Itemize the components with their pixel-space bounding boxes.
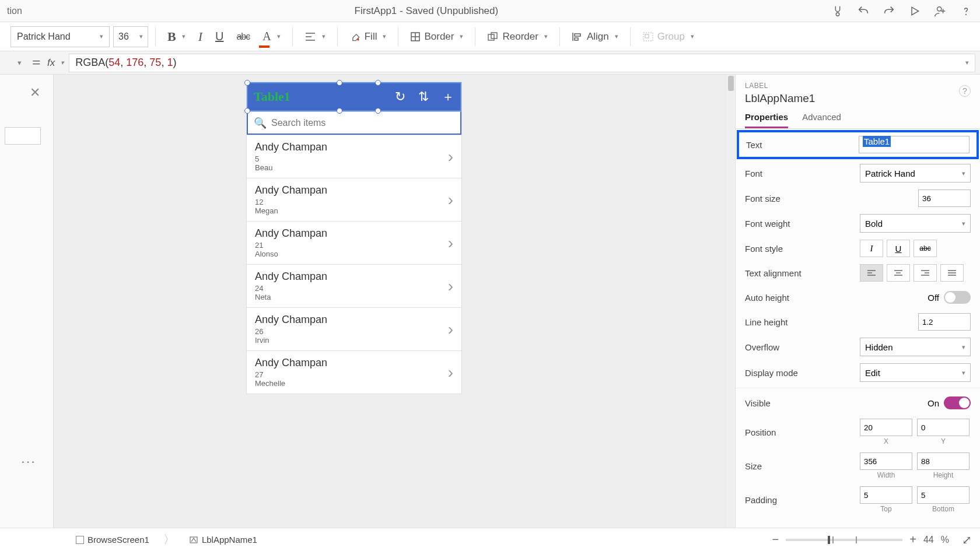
align-justify-button[interactable]	[940, 264, 964, 282]
italic-button[interactable]: I	[194, 27, 207, 47]
property-dropdown[interactable]: ▾	[5, 54, 25, 72]
search-input[interactable]	[271, 118, 454, 128]
zoom-in-button[interactable]: +	[909, 533, 916, 546]
more-options-icon[interactable]: ···	[21, 453, 36, 469]
list-item[interactable]: Andy Champan 12 Megan ›	[247, 178, 461, 221]
chevron-down-icon: ▾	[322, 33, 326, 40]
position-y-input[interactable]	[917, 419, 970, 436]
border-button[interactable]: Border ▾	[405, 29, 468, 45]
visible-toggle[interactable]	[944, 396, 971, 409]
underline-button[interactable]: U	[211, 27, 228, 45]
chevron-down-icon: ▾	[277, 33, 281, 40]
zoom-slider[interactable]	[786, 539, 902, 541]
underline-icon: U	[215, 30, 223, 43]
align-center-button[interactable]	[887, 264, 910, 282]
redo-icon[interactable]	[882, 4, 896, 18]
display-mode-dropdown[interactable]: Edit▾	[860, 363, 971, 382]
font-color-button[interactable]: A ▾	[258, 27, 285, 45]
font-weight-dropdown[interactable]: Bold▾	[860, 214, 971, 233]
prop-size-row: Size Width Height	[736, 449, 980, 483]
size-height-input[interactable]	[917, 452, 970, 470]
phone-header[interactable]: Table1 ↻ ⇅ ＋	[247, 82, 461, 111]
align-right-button[interactable]	[914, 264, 937, 282]
share-icon[interactable]	[933, 4, 947, 18]
fill-button[interactable]: Fill ▾	[345, 29, 391, 45]
group-icon	[642, 31, 654, 42]
fullscreen-icon[interactable]: ⤢	[962, 533, 972, 547]
size-width-input[interactable]	[860, 452, 912, 470]
selection-handle[interactable]	[337, 80, 342, 86]
prop-font-row: Font Patrick Hand▾	[736, 160, 980, 186]
chevron-down-icon: ▾	[61, 59, 64, 66]
close-panel-button[interactable]: ✕	[30, 85, 40, 100]
undo-icon[interactable]	[856, 4, 870, 18]
font-family-select[interactable]: Patrick Hand ▾	[10, 26, 110, 47]
selection-handle[interactable]	[337, 108, 342, 114]
play-icon[interactable]	[908, 4, 922, 18]
formula-fn: RGBA	[75, 57, 105, 69]
help-icon[interactable]	[959, 4, 973, 18]
tab-advanced[interactable]: Advanced	[802, 112, 841, 128]
list-item[interactable]: Andy Champan 5 Beau ›	[247, 135, 461, 178]
overflow-dropdown[interactable]: Hidden▾	[860, 338, 971, 356]
reorder-button[interactable]: Reorder ▾	[482, 29, 552, 45]
chevron-down-icon[interactable]: ▾	[965, 59, 969, 66]
canvas[interactable]: Table1 ↻ ⇅ ＋ 🔍 Andy Champan 5 Beau › And…	[54, 75, 735, 528]
italic-toggle[interactable]: I	[860, 240, 883, 257]
strikethrough-button[interactable]: abc	[232, 29, 254, 44]
bold-button[interactable]: B▾	[163, 27, 190, 47]
add-icon[interactable]: ＋	[442, 88, 454, 106]
help-icon[interactable]: ?	[959, 85, 971, 97]
color-swatch	[259, 45, 270, 48]
zoom-out-button[interactable]: −	[772, 533, 779, 546]
align-left-button[interactable]	[860, 264, 883, 282]
font-size-select[interactable]: 36 ▾	[113, 26, 148, 47]
prop-label: Overflow	[745, 342, 860, 352]
vertical-scrollbar[interactable]	[727, 75, 735, 528]
scrollbar-thumb[interactable]	[728, 76, 734, 91]
auto-height-toggle[interactable]	[944, 291, 971, 304]
breadcrumb-control[interactable]: LblAppName1	[183, 532, 263, 547]
separator	[398, 27, 398, 46]
padding-top-input[interactable]	[860, 486, 912, 504]
list-item[interactable]: Andy Champan 21 Alonso ›	[247, 221, 461, 264]
tab-properties[interactable]: Properties	[745, 112, 788, 128]
refresh-icon[interactable]: ↻	[395, 89, 405, 104]
bold-icon: B	[167, 29, 176, 44]
text-input[interactable]: Table1	[859, 136, 970, 153]
list-item[interactable]: Andy Champan 26 Irvin ›	[247, 307, 461, 350]
strikethrough-toggle[interactable]: abc	[914, 240, 937, 257]
font-dropdown[interactable]: Patrick Hand▾	[860, 164, 971, 183]
line-height-input[interactable]	[918, 313, 971, 331]
text-value: Table1	[863, 136, 891, 147]
zoom-slider-thumb[interactable]	[828, 536, 830, 544]
group-button[interactable]: Group ▾	[638, 29, 699, 45]
chevron-right-icon: ›	[448, 191, 453, 209]
breadcrumb-screen[interactable]: BrowseScreen1	[70, 532, 155, 547]
font-family-value: Patrick Hand	[17, 31, 71, 42]
item-name: Andy Champan	[255, 357, 448, 369]
selection-handle[interactable]	[244, 108, 250, 114]
selection-handle[interactable]	[375, 80, 381, 86]
tree-item-placeholder[interactable]	[5, 127, 41, 145]
svg-marker-1	[912, 7, 919, 15]
font-size-input[interactable]	[918, 189, 971, 207]
flow-checker-icon[interactable]	[831, 4, 845, 18]
position-x-input[interactable]	[860, 419, 912, 436]
fx-label[interactable]: fx▾	[47, 57, 64, 69]
svg-rect-13	[575, 34, 580, 36]
text-align-button[interactable]: ▾	[300, 29, 330, 44]
properties-header: LABEL LblAppName1 ?	[736, 75, 980, 107]
align-button[interactable]: Align ▾	[567, 29, 623, 45]
formula-input[interactable]: RGBA(54, 176, 75, 1) ▾	[69, 54, 975, 72]
prop-alignment-row: Text alignment	[736, 261, 980, 285]
padding-bottom-input[interactable]	[917, 486, 970, 504]
list-item[interactable]: Andy Champan 27 Mechelle ›	[247, 350, 461, 394]
sort-icon[interactable]: ⇅	[418, 89, 429, 104]
prop-padding-row: Padding Top Bottom	[736, 483, 980, 517]
title-left-fragment: tion	[7, 6, 22, 16]
selection-handle[interactable]	[244, 80, 250, 86]
underline-toggle[interactable]: U	[887, 240, 910, 257]
list-item[interactable]: Andy Champan 24 Neta ›	[247, 264, 461, 307]
prop-label: Font weight	[745, 219, 860, 229]
